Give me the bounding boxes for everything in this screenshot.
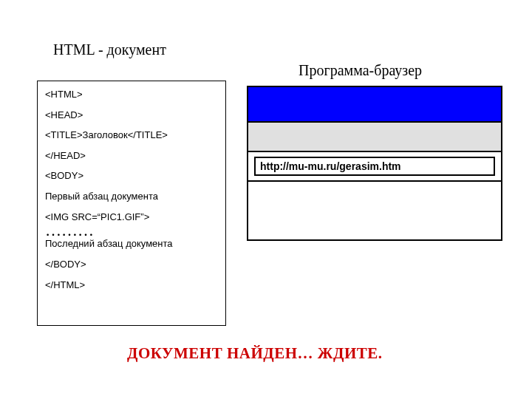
html-doc-title: HTML - документ [53, 41, 166, 58]
code-line: Первый абзац документа [45, 191, 218, 202]
code-line: </HTML> [45, 279, 218, 291]
browser-address-row: http://mu-mu.ru/gerasim.htm [248, 152, 501, 180]
code-line: </BODY> [45, 259, 218, 270]
code-line: <HEAD> [45, 109, 218, 121]
code-line: <BODY> [45, 170, 218, 182]
browser-viewport [248, 180, 501, 239]
status-message: ДОКУМЕНТ НАЙДЕН… ЖДИТЕ. [127, 344, 383, 363]
browser-title: Программа-браузер [299, 62, 422, 79]
code-line: <TITLE>Заголовок</TITLE> [45, 129, 218, 141]
browser-toolbar [248, 123, 501, 152]
code-line: <HTML> [45, 89, 218, 100]
browser-address-bar[interactable]: http://mu-mu.ru/gerasim.htm [254, 157, 495, 176]
code-line: </HEAD> [45, 150, 218, 162]
html-source-box: <HTML> <HEAD> <TITLE>Заголовок</TITLE> <… [37, 81, 226, 326]
code-ellipsis: ……… [45, 225, 218, 235]
code-line: Последний абзац документа [45, 238, 218, 250]
browser-titlebar [248, 87, 501, 123]
browser-window: http://mu-mu.ru/gerasim.htm [247, 86, 502, 241]
